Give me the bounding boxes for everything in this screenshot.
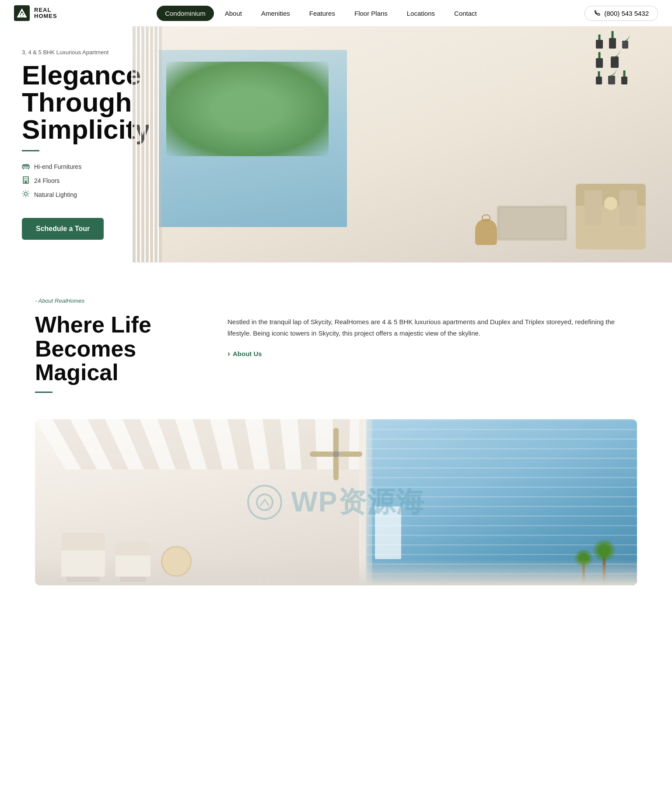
nav-item-about[interactable]: About <box>217 6 250 21</box>
svg-rect-3 <box>21 13 23 18</box>
phone-button[interactable]: (800) 543 5432 <box>584 6 658 21</box>
room-scene-graphic <box>131 26 672 262</box>
about-section: - About RealHomes Where Life Becomes Mag… <box>0 262 672 419</box>
ceiling-fan <box>308 426 364 483</box>
nav-item-condominium[interactable]: Condominium <box>157 6 214 21</box>
trees-outside <box>166 62 329 156</box>
plant-stem-1 <box>598 35 601 40</box>
decorative-pillow <box>161 546 192 577</box>
vertical-blinds <box>131 26 162 262</box>
plant-stem-3 <box>598 52 601 58</box>
chair-bottom-1 <box>61 533 105 577</box>
pot-8 <box>621 77 627 84</box>
bottom-image-container: WP资源海 <box>35 419 637 585</box>
pot-6 <box>596 77 602 84</box>
about-heading: Where Life Becomes Magical <box>35 313 201 385</box>
building-bg <box>375 507 401 559</box>
feature-lighting: Natural Lighting <box>22 190 114 200</box>
shelf-row-1 <box>596 38 628 49</box>
about-right: Nestled in the tranquil lap of Skycity, … <box>228 313 637 358</box>
ottoman-detail <box>499 207 565 239</box>
bottom-image-section: WP资源海 <box>0 419 672 585</box>
svg-point-13 <box>24 192 28 196</box>
navbar: REAL HOMES Condominium About Amenities F… <box>0 0 672 26</box>
svg-line-20 <box>28 191 28 192</box>
pot-3 <box>622 41 628 49</box>
phone-number: (800) 543 5432 <box>604 10 649 17</box>
hero-content: 3, 4 & 5 BHK Luxurious Apartment Eleganc… <box>0 26 131 262</box>
plant-hang-2 <box>611 48 620 58</box>
shelf-row-3 <box>596 76 628 84</box>
about-divider <box>35 392 52 393</box>
pot-7 <box>608 76 615 84</box>
chair-back-1 <box>61 533 105 550</box>
logo-icon <box>14 5 30 21</box>
svg-line-19 <box>28 196 28 196</box>
hero-image <box>131 26 672 262</box>
about-description: Nestled in the tranquil lap of Skycity, … <box>228 316 637 339</box>
svg-line-18 <box>23 191 24 192</box>
about-label: - About RealHomes <box>35 298 637 304</box>
feature-lighting-label: Natural Lighting <box>34 191 77 198</box>
furniture-group <box>497 179 646 249</box>
plant-shelves <box>596 38 628 84</box>
feature-furnitures: Hi-end Furnitures <box>22 162 114 172</box>
feature-furnitures-label: Hi-end Furnitures <box>34 163 81 170</box>
phone-icon <box>594 10 601 17</box>
svg-rect-2 <box>23 15 25 18</box>
nav-item-amenities[interactable]: Amenities <box>253 6 298 21</box>
svg-rect-1 <box>18 15 21 18</box>
nav-item-floor-plans[interactable]: Floor Plans <box>346 6 396 21</box>
chair-base-2 <box>120 577 146 582</box>
shelf-row-2 <box>596 56 628 68</box>
about-us-link[interactable]: About Us <box>228 349 637 358</box>
plant-stem-4 <box>598 71 600 77</box>
about-inner: Where Life Becomes Magical Nestled in th… <box>35 313 637 393</box>
building-icon <box>22 176 30 186</box>
hero-section: 3, 4 & 5 BHK Luxurious Apartment Eleganc… <box>0 26 672 262</box>
basket-handle <box>482 214 490 221</box>
room-furniture <box>61 533 192 577</box>
svg-line-21 <box>23 196 24 196</box>
hero-features-list: Hi-end Furnitures 24 Floors <box>22 162 114 204</box>
pot-5 <box>611 56 619 68</box>
logo[interactable]: REAL HOMES <box>14 5 57 21</box>
chair-armrest-l <box>584 190 602 225</box>
hero-title: Elegance Through Simplicity <box>22 62 114 143</box>
pot-1 <box>596 40 603 49</box>
ottoman <box>497 206 567 241</box>
fan-blade-1 <box>336 452 362 457</box>
fan-blade-3 <box>310 452 336 457</box>
hero-divider <box>22 150 39 151</box>
plant-stem-2 <box>612 31 614 38</box>
fan-blade-2 <box>333 454 339 480</box>
bottom-room-scene: WP资源海 <box>35 419 637 585</box>
nav-item-locations[interactable]: Locations <box>399 6 443 21</box>
feature-floors-label: 24 Floors <box>34 177 60 184</box>
chair-base-1 <box>66 577 100 582</box>
fan-center <box>333 451 339 457</box>
chair-back-2 <box>116 542 150 556</box>
sun-icon <box>22 190 30 200</box>
hero-subtitle: 3, 4 & 5 BHK Luxurious Apartment <box>22 49 114 56</box>
chair-armrest-r <box>620 190 637 225</box>
sofa-icon <box>22 162 30 172</box>
plant-hang-3 <box>608 67 617 77</box>
pot-4 <box>596 58 603 68</box>
schedule-tour-button[interactable]: Schedule a Tour <box>22 218 104 240</box>
nav-links: Condominium About Amenities Features Flo… <box>157 6 485 21</box>
pillow <box>604 197 617 210</box>
about-left: Where Life Becomes Magical <box>35 313 201 393</box>
fan-blade-4 <box>333 428 339 454</box>
nav-item-features[interactable]: Features <box>301 6 343 21</box>
main-chair <box>576 184 646 249</box>
basket <box>475 219 497 245</box>
feature-floors: 24 Floors <box>22 176 114 186</box>
pot-2 <box>609 38 616 49</box>
svg-rect-12 <box>25 181 27 183</box>
logo-text: REAL HOMES <box>34 7 57 20</box>
nav-item-contact[interactable]: Contact <box>446 6 485 21</box>
leaves-1 <box>591 539 617 561</box>
plant-stem-5 <box>623 70 626 77</box>
chair-bottom-2 <box>116 542 150 577</box>
